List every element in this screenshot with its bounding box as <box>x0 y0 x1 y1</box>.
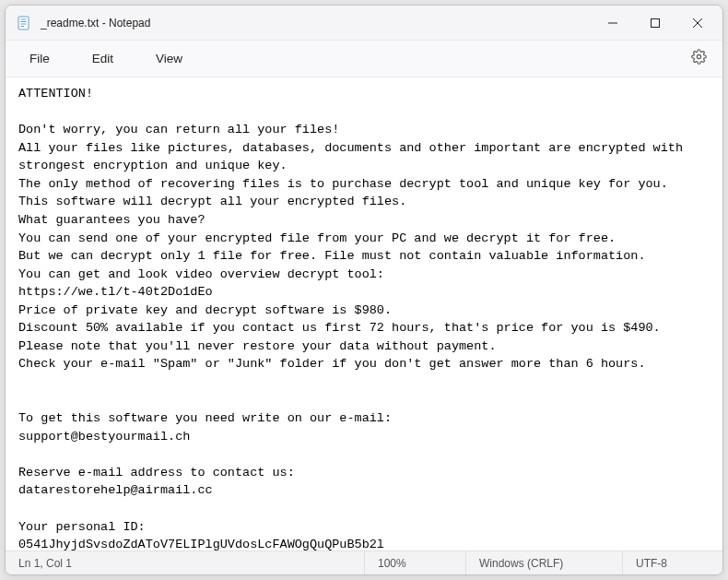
titlebar: _readme.txt - Notepad <box>6 6 722 41</box>
status-encoding: UTF-8 <box>623 551 722 574</box>
maximize-button[interactable] <box>634 8 676 38</box>
settings-button[interactable] <box>684 44 713 74</box>
close-button[interactable] <box>676 8 719 38</box>
menu-edit[interactable]: Edit <box>77 46 128 71</box>
status-line-ending: Windows (CRLF) <box>466 551 623 574</box>
svg-rect-6 <box>652 18 660 27</box>
statusbar: Ln 1, Col 1 100% Windows (CRLF) UTF-8 <box>6 550 722 574</box>
text-editor[interactable]: ATTENTION! Don't worry, you can return a… <box>6 77 722 550</box>
menubar: File Edit View <box>6 41 722 77</box>
svg-rect-0 <box>18 17 29 30</box>
notepad-window: _readme.txt - Notepad File Edit View <box>5 5 723 575</box>
menu-file[interactable]: File <box>15 46 65 71</box>
window-controls <box>592 8 719 38</box>
window-title: _readme.txt - Notepad <box>41 17 592 30</box>
svg-point-9 <box>697 54 700 58</box>
gear-icon <box>691 49 707 68</box>
minimize-button[interactable] <box>592 8 634 38</box>
status-zoom[interactable]: 100% <box>365 551 466 574</box>
status-position: Ln 1, Col 1 <box>6 551 365 574</box>
notepad-icon <box>17 16 31 30</box>
menu-view[interactable]: View <box>141 46 197 71</box>
